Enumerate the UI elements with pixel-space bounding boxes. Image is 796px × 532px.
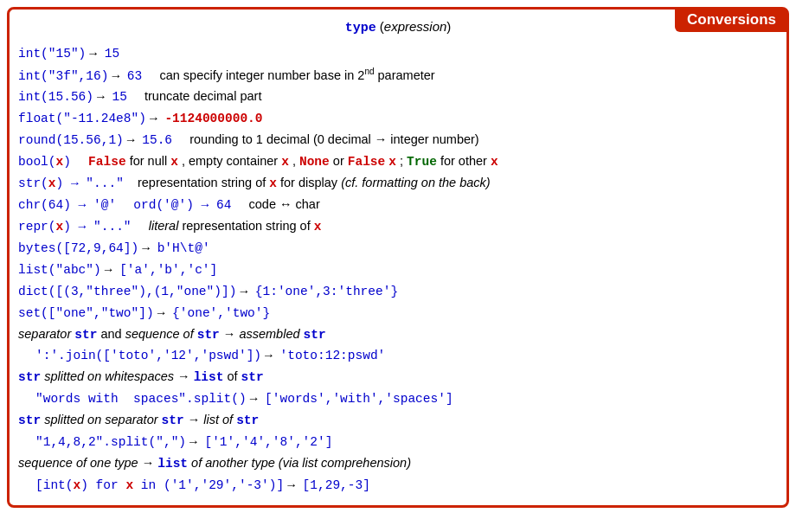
desc-20b: of another type (via list comprehension) [191, 456, 411, 470]
line-6: bool(x) False for null x , empty contain… [18, 151, 778, 173]
result-3: 15 [112, 90, 126, 104]
arrow-2: → [112, 69, 126, 83]
result-1: 15 [105, 47, 119, 61]
code-join: ':'.join(['toto','12','pswd']) [35, 349, 261, 362]
result-2: 63 [127, 69, 142, 83]
result-12: {1:'one',3:'three'} [255, 285, 398, 298]
str-18: str [18, 413, 41, 427]
line-18: str splitted on separator str → list of … [18, 410, 778, 432]
none-6: None [299, 155, 330, 169]
desc-9a [135, 219, 145, 233]
arrow-4: → [150, 112, 164, 125]
result-11: ['a','b','c'] [119, 263, 217, 277]
content-area: type (expression) int("15") → 15 int("3f… [10, 10, 786, 505]
desc-7c: (cf. formatting on the back) [341, 176, 490, 189]
code-int1: int("15") [18, 47, 86, 61]
desc-16b: of [227, 369, 241, 383]
desc-6g: for other [440, 154, 491, 168]
line-1: int("15") → 15 [18, 43, 778, 65]
result-19: ['1','4','8','2'] [204, 435, 332, 449]
arrow-3: → [97, 90, 112, 104]
desc-14c: and [100, 327, 125, 341]
desc-14d: sequence of [125, 327, 194, 341]
desc-9c: representation string of [182, 219, 313, 233]
arrow-17: → [250, 392, 265, 406]
line-5: round(15.56,1) → 15.6 rounding to 1 deci… [18, 130, 778, 151]
sep-8 [119, 197, 130, 211]
result-4: -1124000000.0 [164, 112, 262, 125]
desc-9b: literal [149, 219, 179, 233]
desc-6b: for null [130, 154, 171, 168]
code-listcomp: [int(x) for x in ('1','29','-3')] [35, 478, 284, 492]
str-14a: str [74, 328, 97, 342]
x-6b: x [281, 155, 289, 169]
desc-20a: sequence of one type [18, 456, 138, 470]
arrow-20: → [142, 456, 158, 470]
code-float: float("-11.24e8") [18, 112, 146, 125]
line-10: bytes([72,9,64]) → b'H\t@' [18, 238, 778, 260]
type-keyword: type [345, 21, 376, 35]
str-16: str [18, 370, 41, 384]
arrow-21: → [287, 478, 302, 492]
arrow-19: → [189, 435, 204, 449]
desc-6e: or [333, 154, 348, 168]
x-9: x [314, 220, 322, 234]
line-8: chr(64) → '@' ord('@') → 64 code ↔ char [18, 195, 778, 216]
arrow-5: → [127, 133, 142, 147]
code-split2: "1,4,8,2".split(",") [35, 435, 186, 449]
code-bool: bool(x) [18, 155, 71, 169]
expression-label: expression [384, 19, 447, 34]
list-20: list [157, 457, 188, 471]
x-7: x [269, 176, 277, 190]
arrow-13: → [157, 306, 172, 320]
line-15: ':'.join(['toto','12','pswd']) → 'toto:1… [18, 345, 778, 367]
desc-14a: separator [18, 327, 71, 341]
result-13: {'one','two'} [172, 306, 270, 320]
arrow-1: → [89, 47, 104, 61]
result-17: ['words','with','spaces'] [265, 392, 453, 406]
desc-14f: assembled [239, 327, 299, 341]
x-6a: x [170, 155, 178, 169]
desc-6f: ; [400, 154, 407, 168]
str-14b: str [197, 328, 220, 342]
arrow-14: → [223, 327, 240, 341]
desc-18e: of [222, 413, 233, 426]
arrow-12: → [240, 285, 254, 298]
desc-6c: , empty container [182, 154, 281, 168]
badge-label: Conversions [675, 8, 788, 32]
code-list: list("abc") [18, 263, 101, 277]
x-6d: x [491, 155, 498, 169]
line-19: "1,4,8,2".split(",") → ['1','4','8','2'] [18, 432, 778, 453]
line-21: [int(x) for x in ('1','29','-3')] → [1,2… [18, 475, 778, 497]
desc-6a [74, 154, 85, 168]
line-3: int(15.56) → 15 truncate decimal part [18, 87, 778, 108]
result-21: [1,29,-3] [303, 478, 370, 492]
conversions-card: Conversions type (expression) int("15") … [7, 7, 789, 508]
arrow-15: → [265, 349, 279, 362]
result-10: b'H\t@' [157, 241, 210, 255]
code-repr: repr(x) → "..." [18, 220, 132, 234]
desc-7b: for display [280, 176, 341, 189]
arrow-18: → [188, 413, 204, 426]
str-18b: str [162, 413, 184, 427]
desc-18a: splitted on separator [44, 413, 157, 426]
code-int3: int(15.56) [18, 90, 93, 104]
line-14: separator str and sequence of str → asse… [18, 324, 778, 346]
code-bytes: bytes([72,9,64]) [18, 241, 138, 255]
str-14c: str [304, 328, 326, 342]
code-ord: ord('@') → 64 [133, 198, 231, 212]
line-4: float("-11.24e8") → -1124000000.0 [18, 108, 778, 130]
arrow-16: → [177, 369, 194, 383]
paren-close: ) [446, 19, 451, 34]
x-6c: x [388, 155, 396, 169]
line-16: str splitted on whitespaces → list of st… [18, 367, 778, 388]
desc-3: truncate decimal part [131, 89, 262, 103]
line-9: repr(x) → "..." literal representation s… [18, 216, 778, 238]
desc-18c: list [203, 413, 219, 426]
code-chr: chr(64) → '@' [18, 198, 116, 212]
true-6: True [407, 155, 437, 169]
line-12: dict([(3,"three"),(1,"one")]) → {1:'one'… [18, 281, 778, 303]
code-str: str(x) → "..." [18, 176, 124, 190]
list-16: list [194, 370, 224, 384]
desc-6d: , [292, 154, 299, 168]
